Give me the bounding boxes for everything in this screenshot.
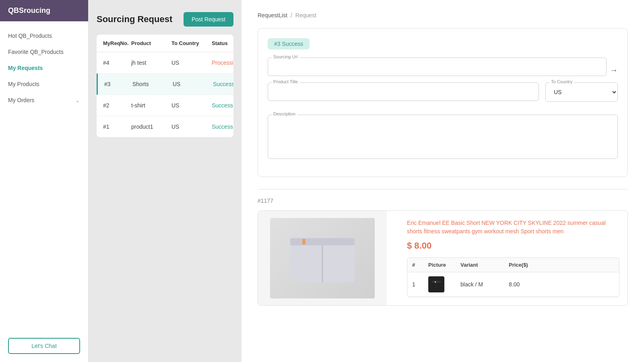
table-row[interactable]: #1 product1 US Success (97, 116, 233, 137)
table-row[interactable]: #4 jh test US Processing (97, 52, 233, 74)
product-info: Eric Emanuel EE Basic Short NEW YORK CIT… (399, 211, 627, 305)
description-textarea[interactable] (268, 115, 618, 159)
breadcrumb-list[interactable]: RequestList (258, 12, 287, 19)
country-2: US (171, 102, 212, 109)
main-content: Sourcing Request Post Request MyReqNo. P… (89, 0, 644, 362)
country-3: US (173, 81, 213, 87)
chevron-down-icon: ⌄ (75, 97, 80, 103)
sidebar-nav: Hot QB_Products Favorite QB_Products My … (0, 21, 88, 330)
svg-rect-3 (302, 239, 305, 245)
variant-num: 1 (412, 281, 428, 288)
sidebar-item-my-products[interactable]: My Products (0, 76, 88, 92)
product-2: t-shirt (131, 102, 171, 109)
sourcing-request-title: Sourcing Request (97, 14, 172, 25)
product-price: $ 8.00 (407, 241, 619, 251)
table-row[interactable]: #2 t-shirt US Success (97, 95, 233, 116)
requests-table: MyReqNo. Product To Country Status #4 jh… (97, 35, 233, 137)
detail-panel: RequestList / Request #3 Success Sourcin… (242, 0, 644, 362)
post-request-button[interactable]: Post Request (184, 12, 233, 27)
variants-header: # Picture Variant Price($) (407, 258, 619, 272)
country-4: US (171, 60, 212, 66)
sidebar: QBSroucing Hot QB_Products Favorite QB_P… (0, 0, 89, 362)
variant-name: black / M (460, 281, 509, 288)
req-no-2: #2 (103, 102, 131, 109)
product-3: Shorts (132, 81, 173, 87)
to-country-field: To Country US (545, 82, 618, 102)
product-image (270, 218, 375, 298)
variant-picture (428, 276, 444, 292)
status-3: Success (213, 81, 233, 87)
variants-col-variant: Variant (460, 262, 509, 268)
sidebar-item-favorite-qb[interactable]: Favorite QB_Products (0, 44, 88, 60)
svg-rect-2 (290, 238, 355, 245)
variants-col-price: Price($) (509, 262, 541, 268)
col-product: Product (131, 40, 171, 46)
product-name: Eric Emanuel EE Basic Short NEW YORK CIT… (407, 219, 619, 236)
lets-chat-button[interactable]: Let's Chat (8, 338, 80, 354)
product-image-area (258, 211, 387, 305)
variant-price: 8.00 (509, 281, 541, 288)
description-field: Description (268, 115, 618, 160)
table-panel-header: Sourcing Request Post Request (97, 12, 233, 27)
sourcing-url-row: Sourcing Url → (268, 58, 618, 82)
table-header: MyReqNo. Product To Country Status (97, 35, 233, 52)
product-result-card: Eric Emanuel EE Basic Short NEW YORK CIT… (258, 210, 628, 306)
sidebar-item-hot-qb[interactable]: Hot QB_Products (0, 28, 88, 44)
sidebar-item-my-orders[interactable]: My Orders ⌄ (0, 92, 88, 108)
product-title-field: Product Title (268, 82, 539, 102)
col-country: To Country (171, 40, 212, 46)
table-panel: Sourcing Request Post Request MyReqNo. P… (89, 0, 242, 362)
product-title-label: Product Title (272, 79, 299, 84)
variant-row: 1 black / M 8.00 (407, 272, 619, 297)
variants-col-picture: Picture (428, 262, 460, 268)
status-1: Success (212, 123, 233, 130)
status-4: Processing (212, 60, 233, 66)
sourcing-url-input[interactable] (268, 58, 607, 76)
req-no-3: #3 (104, 81, 132, 87)
to-country-select[interactable]: US (545, 82, 618, 102)
divider (258, 189, 628, 189)
success-badge: #3 Success (268, 38, 310, 49)
variants-col-num: # (412, 262, 428, 268)
sourcing-url-arrow-button[interactable]: → (610, 66, 618, 75)
description-label: Description (272, 111, 297, 116)
product-result-id: #1177 (258, 197, 628, 204)
col-status: Status (212, 40, 233, 46)
breadcrumb-current: Request (295, 12, 316, 19)
breadcrumb-separator: / (291, 12, 292, 19)
product-1: product1 (131, 123, 171, 130)
sourcing-url-field: Sourcing Url (268, 58, 607, 76)
product-4: jh test (131, 60, 171, 66)
status-2: Success (212, 102, 233, 109)
col-req-no: MyReqNo. (103, 40, 131, 46)
breadcrumb: RequestList / Request (258, 12, 628, 19)
svg-rect-7 (435, 281, 436, 283)
product-shorts-illustration (286, 234, 359, 298)
product-title-input[interactable] (268, 82, 539, 101)
brand-name: QBSroucing (8, 6, 50, 14)
svg-rect-6 (431, 281, 441, 283)
req-no-1: #1 (103, 123, 131, 130)
request-card: #3 Success Sourcing Url → Product Title … (258, 28, 628, 177)
variants-table: # Picture Variant Price($) 1 (407, 257, 619, 297)
req-no-4: #4 (103, 60, 131, 66)
to-country-label: To Country (549, 79, 574, 84)
sidebar-bottom: Let's Chat (0, 330, 88, 362)
country-1: US (171, 123, 212, 130)
brand-logo: QBSroucing (0, 0, 88, 21)
product-country-row: Product Title To Country US (268, 82, 618, 108)
variant-shorts-icon (430, 278, 442, 290)
table-row[interactable]: #3 Shorts US Success (97, 74, 233, 95)
sourcing-url-label: Sourcing Url (272, 54, 299, 59)
sidebar-item-my-requests[interactable]: My Requests (0, 60, 88, 76)
